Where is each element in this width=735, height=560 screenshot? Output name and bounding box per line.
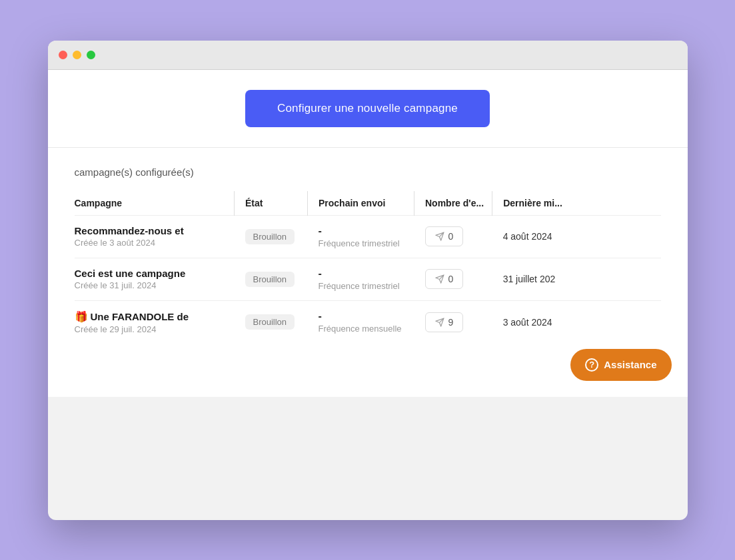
configure-campaign-button[interactable]: Configurer une nouvelle campagne bbox=[245, 90, 490, 127]
campaign-name: 🎁Une FARANDOLE de bbox=[75, 310, 221, 323]
assistance-icon: ? bbox=[585, 358, 598, 372]
titlebar bbox=[48, 41, 688, 70]
derniere-mise: 3 août 2024 bbox=[503, 317, 552, 328]
col-header-nombre: Nombre d'e... bbox=[414, 191, 492, 216]
header-section: Configurer une nouvelle campagne bbox=[48, 70, 688, 148]
frequence: Fréquence trimestriel bbox=[319, 238, 406, 248]
main-content: Configurer une nouvelle campagne campagn… bbox=[48, 70, 688, 397]
send-icon bbox=[435, 318, 444, 327]
campaign-name: Recommandez-nous et bbox=[75, 225, 221, 236]
frequence: Fréquence mensuelle bbox=[319, 324, 406, 334]
derniere-mise: 31 juillet 202 bbox=[503, 274, 556, 284]
campaign-name: Ceci est une campagne bbox=[75, 268, 221, 279]
send-count-button[interactable]: 9 bbox=[425, 312, 464, 332]
campaigns-count: campagne(s) configurée(s) bbox=[75, 166, 661, 178]
app-window: Configurer une nouvelle campagne campagn… bbox=[48, 41, 688, 520]
campaign-created: Créée le 31 juil. 2024 bbox=[75, 280, 227, 290]
campaign-created: Créée le 3 août 2024 bbox=[75, 238, 227, 248]
frequence: Fréquence trimestriel bbox=[319, 281, 406, 291]
campaign-emoji: 🎁 bbox=[75, 311, 88, 322]
send-count-value: 0 bbox=[448, 274, 454, 284]
campaigns-count-suffix: campagne(s) configurée(s) bbox=[75, 166, 194, 178]
prochain-dash: - bbox=[319, 310, 406, 322]
status-badge: Brouillon bbox=[245, 229, 295, 244]
table-row[interactable]: 🎁Une FARANDOLE de Créée le 29 juil. 2024… bbox=[75, 300, 661, 344]
close-button[interactable] bbox=[59, 51, 67, 59]
assistance-label: Assistance bbox=[604, 359, 656, 370]
col-header-etat: État bbox=[235, 191, 308, 216]
minimize-button[interactable] bbox=[73, 51, 81, 59]
table-row[interactable]: Recommandez-nous et Créée le 3 août 2024… bbox=[75, 215, 661, 258]
col-header-derniere: Dernière mi... bbox=[492, 191, 661, 216]
table-header-row: Campagne État Prochain envoi Nombre d'e.… bbox=[75, 191, 661, 216]
prochain-dash: - bbox=[319, 225, 406, 237]
col-header-campagne: Campagne bbox=[75, 191, 235, 216]
derniere-mise: 4 août 2024 bbox=[503, 231, 552, 242]
send-count-button[interactable]: 0 bbox=[425, 269, 464, 289]
traffic-lights bbox=[59, 51, 95, 59]
send-icon bbox=[435, 274, 444, 284]
send-icon bbox=[435, 232, 444, 241]
assistance-button[interactable]: ? Assistance bbox=[570, 349, 671, 381]
maximize-button[interactable] bbox=[87, 51, 95, 59]
campaigns-table: Campagne État Prochain envoi Nombre d'e.… bbox=[75, 191, 661, 344]
campaign-created: Créée le 29 juil. 2024 bbox=[75, 324, 227, 334]
table-row[interactable]: Ceci est une campagne Créée le 31 juil. … bbox=[75, 258, 661, 300]
status-badge: Brouillon bbox=[245, 314, 295, 330]
prochain-dash: - bbox=[319, 268, 406, 280]
send-count-value: 0 bbox=[448, 231, 454, 242]
status-badge: Brouillon bbox=[245, 272, 295, 287]
send-count-value: 9 bbox=[448, 317, 454, 328]
col-header-prochain: Prochain envoi bbox=[308, 191, 414, 216]
send-count-button[interactable]: 0 bbox=[425, 226, 464, 246]
